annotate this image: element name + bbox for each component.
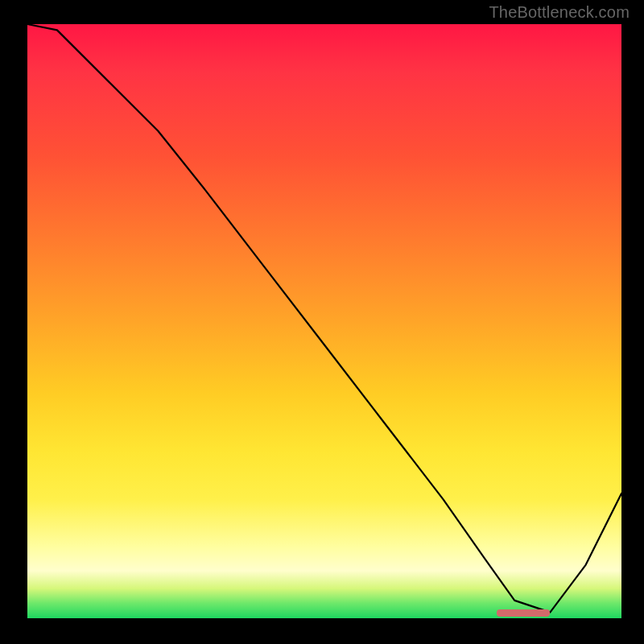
watermark-text: TheBottleneck.com: [489, 3, 630, 22]
plot-area: [27, 24, 621, 618]
bottleneck-curve: [27, 24, 621, 618]
chart-frame: TheBottleneck.com: [0, 0, 644, 644]
optimal-range-marker: [497, 609, 550, 617]
